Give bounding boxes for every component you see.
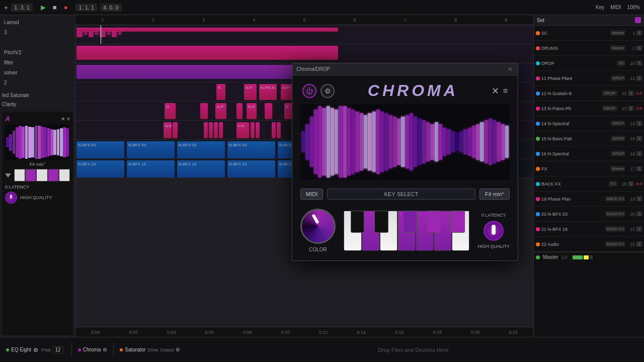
clip-full-pink[interactable]	[76, 46, 338, 60]
clip-bfx19-2[interactable]: N-BFX 19	[127, 160, 175, 177]
chroma-menu-button[interactable]: ≡	[503, 86, 508, 96]
piano-key-b[interactable]	[452, 211, 470, 251]
eq-label: EQ Eight	[11, 347, 31, 352]
piano-key-a[interactable]	[434, 211, 452, 251]
mini-viz-bar-16	[57, 129, 60, 156]
s-btn-13[interactable]: S	[628, 106, 634, 111]
track-row-15[interactable]: 15 N-Bass Patt DROP 15 S	[534, 131, 644, 146]
color-knob[interactable]	[300, 209, 336, 244]
chroma-close-button[interactable]: ✕	[507, 66, 514, 73]
latency-toggle[interactable]	[484, 221, 504, 241]
clip-bfx03-4[interactable]: N-BFX 03	[227, 141, 275, 158]
sat-settings-icon[interactable]: ⚙	[176, 347, 180, 352]
clip-r6-8[interactable]	[251, 122, 255, 138]
clip-r6-7[interactable]: N-N	[236, 122, 249, 138]
master-label: Master	[543, 254, 558, 260]
eq-active-indicator	[6, 348, 9, 351]
clip-n2[interactable]: N-P	[244, 84, 257, 100]
chroma-settings-icon[interactable]: ⚙	[103, 347, 107, 352]
time-10: 0:20	[456, 330, 495, 335]
key-value-button[interactable]: F# min°	[479, 189, 510, 200]
clip-n3[interactable]: N-PN-N	[259, 84, 277, 100]
clip-n1[interactable]: N	[216, 84, 225, 100]
chroma-power-button[interactable]: ⏻	[302, 84, 316, 98]
clip-r6-5[interactable]	[214, 122, 218, 138]
piano-key-e[interactable]	[380, 211, 398, 251]
s-btn-16[interactable]: S	[636, 151, 642, 156]
clip-bfx19-1[interactable]: N-BFX 19	[76, 160, 124, 177]
track-row-14[interactable]: 14 N-Spectral DROP 14 S	[534, 116, 644, 131]
clip-bfx03-2[interactable]: N-BFX 03	[127, 141, 175, 158]
track-row-13[interactable]: 13 N-Piano-Ph DROP 13 S -2.0	[534, 101, 644, 116]
track-row-22[interactable]: 22 Audio BACK FX 22 S	[534, 237, 644, 252]
mini-viz-bar-12	[44, 127, 47, 157]
mini-close-btn[interactable]: ✕	[61, 116, 65, 122]
mini-latency-knob[interactable]	[5, 192, 17, 204]
track-neg-backfx: -6.0	[635, 182, 642, 186]
s-btn-12[interactable]: S	[628, 91, 634, 96]
viz-bar-5	[322, 108, 326, 176]
clip-r5-3[interactable]: N-P	[215, 103, 226, 119]
clip-r5-4[interactable]	[236, 103, 243, 119]
s-btn-15[interactable]: S	[636, 136, 642, 141]
record-button[interactable]: ●	[62, 3, 70, 12]
chroma-x-button[interactable]: ✕	[492, 85, 499, 97]
track-row-sc[interactable]: SC Master 1 S	[534, 26, 644, 41]
track-row-drums[interactable]: DRUMS Master 2 S	[534, 41, 644, 56]
piano-keyboard[interactable]	[344, 211, 469, 251]
clip-r6-3[interactable]	[204, 122, 208, 138]
clip-r5-2[interactable]	[200, 103, 208, 119]
track-row-11[interactable]: 11 Phase Plant DROP 11 S	[534, 71, 644, 86]
clip-r6-4[interactable]	[209, 122, 213, 138]
clip-r5-6[interactable]	[265, 103, 272, 119]
clip-bfx03-1[interactable]: N-BFX 03	[76, 141, 124, 158]
s-btn-drums[interactable]: S	[636, 46, 642, 50]
track-row-20[interactable]: 20 N-BFX 03 BACK FX 20 S	[534, 207, 644, 222]
track-row-16[interactable]: 16 N-Spectral DROP 16 S	[534, 146, 644, 161]
track-type-drop: SC	[617, 60, 625, 66]
play-button[interactable]: ▶	[39, 3, 48, 12]
clip-r6-9[interactable]	[256, 122, 260, 138]
key-select-button[interactable]: KEY SELECT	[327, 189, 475, 200]
track-row-19[interactable]: 19 Phase Plan BACK FX 19 S	[534, 192, 644, 207]
s-btn-22[interactable]: S	[636, 242, 642, 246]
clip-r6-11[interactable]	[277, 122, 281, 138]
clip-r5-5[interactable]: N-P	[247, 103, 257, 119]
s-btn-drop[interactable]: S	[636, 61, 642, 65]
s-btn-20[interactable]: S	[636, 212, 642, 216]
clip-r6-1[interactable]: N-N	[164, 122, 172, 138]
piano-key-c[interactable]	[344, 211, 362, 251]
s-btn-backfx[interactable]: S	[628, 182, 634, 186]
clip-r6-6[interactable]	[219, 122, 223, 138]
s-btn-21[interactable]: S	[636, 227, 642, 231]
clip-bfx03-3[interactable]: N-BFX 03	[177, 141, 225, 158]
viz-bar-13	[355, 112, 359, 172]
track-row-21[interactable]: 21 N-BFX 19 BACK FX 21 S	[534, 222, 644, 237]
track-name-22: 22 Audio	[541, 242, 604, 247]
clip-r6-2[interactable]	[173, 122, 178, 138]
clip-r5-1[interactable]: N	[165, 103, 176, 119]
clip-r6-10[interactable]	[272, 122, 276, 138]
s-btn-11[interactable]: S	[636, 76, 642, 80]
s-btn-14[interactable]: S	[636, 121, 642, 126]
s-btn-19[interactable]: S	[636, 197, 642, 201]
track-dot-19	[536, 197, 540, 201]
piano-key-f[interactable]	[397, 211, 416, 251]
chroma-gear-button[interactable]: ⚙	[320, 84, 335, 98]
freq-value[interactable]: 12	[53, 346, 63, 353]
track-row-drop[interactable]: DROP SC 10 S	[534, 56, 644, 71]
piano-key-d[interactable]	[362, 211, 380, 251]
track-label-amxd: l.amxd	[2, 17, 73, 27]
clip-bfx19-3[interactable]: N-BFX 19	[177, 160, 225, 177]
s-btn-sc[interactable]: S	[636, 31, 642, 35]
track-row-fx[interactable]: FX Master 17 S	[534, 161, 644, 176]
eq-settings-icon[interactable]: ⚙	[33, 347, 39, 353]
clip-bfx19-4[interactable]: N-BFX 19	[227, 160, 275, 177]
mini-menu-btn[interactable]: ≡	[67, 116, 70, 122]
s-btn-fx[interactable]: S	[636, 166, 642, 171]
stop-button[interactable]: ■	[51, 3, 59, 12]
track-row-12[interactable]: 12 N-Sustain B DROP 12 S -2.0	[534, 86, 644, 101]
midi-button[interactable]: MIDI	[300, 189, 323, 200]
track-row-backfx[interactable]: BACK FX FX 18 S -6.0	[534, 176, 644, 192]
piano-key-g[interactable]	[416, 211, 434, 251]
